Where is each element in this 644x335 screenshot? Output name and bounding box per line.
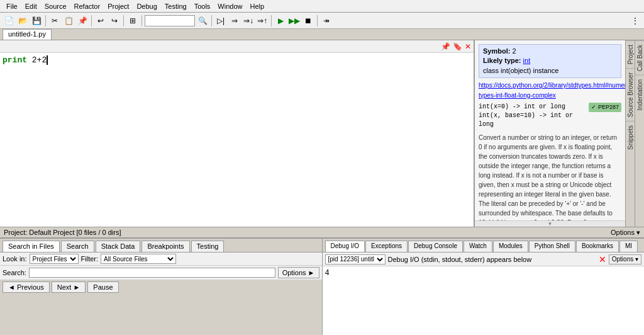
bottom-search-panel: Search in Files Search Stack Data Breakp…: [0, 239, 323, 335]
tab-breakpoints[interactable]: Breakpoints: [142, 241, 189, 252]
search-toolbar-button[interactable]: 🔍: [196, 14, 209, 27]
code-editor[interactable]: print 2+2: [0, 53, 474, 227]
menu-refactor[interactable]: Refactor: [70, 1, 104, 11]
bookmark-icon[interactable]: 🔖: [453, 42, 462, 51]
right-tab-callstack[interactable]: Call Back: [635, 40, 644, 75]
step-out-button[interactable]: ⇒↑: [256, 14, 269, 27]
debug-tab-python-shell[interactable]: Python Shell: [529, 241, 575, 252]
right-tab-source-browser[interactable]: Source Browser: [626, 68, 635, 121]
run-to-cursor-button[interactable]: ▷|: [214, 14, 227, 27]
look-in-label: Look in:: [3, 255, 27, 263]
menu-file[interactable]: File: [3, 1, 21, 11]
code-line-1: print 2+2: [3, 55, 471, 65]
search-controls: Look in: Project Files Filter: All Sourc…: [0, 253, 322, 266]
code-keyword-print: print: [3, 55, 32, 65]
pause-button[interactable]: Pause: [87, 281, 118, 293]
debug-tab-exceptions[interactable]: Exceptions: [365, 241, 408, 252]
tab-search-in-files[interactable]: Search in Files: [3, 241, 60, 252]
save-button[interactable]: 💾: [30, 14, 43, 27]
sa-type-desc: class int(object) instance: [483, 67, 558, 74]
search-toolbar-input[interactable]: [145, 15, 195, 26]
right-tab-indentation[interactable]: Indentation: [635, 75, 644, 115]
pin-icon[interactable]: 📌: [441, 42, 450, 51]
menu-help[interactable]: Help: [246, 1, 268, 11]
toolbar: 📄 📂 💾 ✂ 📋 📌 ↩ ↪ ⊞ 🔍 ▷| ⇒ ⇒↓ ⇒↑ ▶ ▶▶ ⏹ ↠ …: [0, 13, 644, 29]
menu-testing[interactable]: Testing: [161, 1, 191, 11]
new-file-button[interactable]: 📄: [3, 14, 15, 27]
tab-stack-data[interactable]: Stack Data: [96, 241, 141, 252]
toolbar-separator-6: [271, 15, 272, 26]
undo-button[interactable]: ↩: [94, 14, 107, 27]
file-tab-untitled[interactable]: untitled-1.py: [3, 29, 52, 40]
debug-tab-mi[interactable]: MI: [619, 241, 638, 252]
debug-tab-watch[interactable]: Watch: [464, 241, 492, 252]
debug-output-text: 4: [325, 269, 330, 278]
debug-tab-console[interactable]: Debug Console: [408, 241, 463, 252]
sa-pep-badge[interactable]: ✓ PEP287: [589, 103, 621, 112]
menu-tools[interactable]: Tools: [191, 1, 214, 11]
debug-tab-modules[interactable]: Modules: [493, 241, 528, 252]
menu-project[interactable]: Project: [104, 1, 133, 11]
tab-search[interactable]: Search: [61, 241, 94, 252]
more-options-button[interactable]: ⋮: [629, 14, 641, 27]
tab-testing[interactable]: Testing: [191, 241, 225, 252]
file-tabs: untitled-1.py: [0, 29, 644, 40]
project-header-text: Project: Default Project [0 files / 0 di…: [4, 229, 121, 236]
debug-close-button[interactable]: ✕: [599, 254, 606, 264]
paste-button[interactable]: 📌: [76, 14, 89, 27]
step-over-button[interactable]: ⇒: [228, 14, 241, 27]
filter-dropdown[interactable]: All Source Files: [101, 254, 176, 264]
debug-tab-bookmarks[interactable]: Bookmarks: [576, 241, 619, 252]
right-tab-project[interactable]: Project: [626, 40, 635, 68]
toolbar-separator-1: [45, 15, 46, 26]
debug-options-button[interactable]: Options ▾: [609, 254, 641, 264]
project-options-button[interactable]: Options ▾: [611, 229, 640, 237]
open-file-button[interactable]: 📂: [16, 14, 29, 27]
menu-debug[interactable]: Debug: [133, 1, 160, 11]
debug-tabs: Debug I/O Exceptions Debug Console Watch…: [323, 239, 645, 253]
look-in-dropdown[interactable]: Project Files: [30, 254, 79, 264]
sa-type-link[interactable]: int: [523, 57, 531, 64]
sa-description: Convert a number or string to an integer…: [479, 133, 621, 220]
pid-dropdown[interactable]: [pid 12236] untitl: [325, 254, 386, 264]
right-tab-snippets[interactable]: Snippets: [626, 121, 635, 154]
bottom-debug-panel: Debug I/O Exceptions Debug Console Watch…: [323, 239, 645, 335]
toolbar-separator-7: [317, 15, 318, 26]
menu-source[interactable]: Source: [41, 1, 70, 11]
jump-button[interactable]: ↠: [320, 14, 333, 27]
step-in-button[interactable]: ⇒↓: [242, 14, 255, 27]
debug-io-description: Debug I/O (stdin, stdout, stderr) appear…: [388, 256, 596, 263]
debug-tab-io[interactable]: Debug I/O: [325, 241, 365, 252]
search-row: Search: Options ►: [0, 266, 322, 280]
text-cursor: [47, 55, 48, 65]
sa-symbol-box: Symbol: 2 Likely type: int class int(obj…: [479, 44, 621, 78]
next-button[interactable]: Next ►: [52, 281, 86, 293]
code-expression: 2+2: [32, 55, 47, 65]
menu-bar: File Edit Source Refactor Project Debug …: [0, 0, 644, 13]
copy-button[interactable]: 📋: [62, 14, 75, 27]
sa-symbol-value: 2: [512, 47, 516, 55]
menu-edit[interactable]: Edit: [21, 1, 41, 11]
debug-button[interactable]: ▶▶: [288, 14, 301, 27]
toolbar-separator-2: [91, 15, 92, 26]
cut-button[interactable]: ✂: [48, 14, 61, 27]
search-input[interactable]: [29, 268, 275, 278]
toolbar-separator-4: [142, 15, 142, 26]
menu-window[interactable]: Window: [214, 1, 246, 11]
previous-button[interactable]: ◄ Previous: [3, 281, 50, 293]
search-options-button[interactable]: Options ►: [278, 267, 319, 278]
search-nav-buttons: ◄ Previous Next ► Pause: [0, 280, 322, 294]
editor-toolbar: 📌 🔖 ✕: [0, 40, 474, 53]
sa-scrollbar-bottom[interactable]: ▼: [475, 220, 625, 227]
bottom-left-tabs: Search in Files Search Stack Data Breakp…: [0, 239, 322, 253]
sa-docs-link[interactable]: https://docs.python.org/2/library/stdtyp…: [479, 82, 625, 98]
source-assistant-panel: Symbol: 2 Likely type: int class int(obj…: [474, 40, 625, 227]
indent-button[interactable]: ⊞: [126, 14, 139, 27]
stop-button[interactable]: ⏹: [302, 14, 314, 27]
debug-output-area[interactable]: 4: [323, 266, 645, 335]
redo-button[interactable]: ↪: [108, 14, 121, 27]
close-editor-button[interactable]: ✕: [465, 42, 471, 51]
toolbar-separator-3: [123, 15, 124, 26]
run-button[interactable]: ▶: [274, 14, 287, 27]
sa-type-label: Likely type:: [483, 57, 521, 64]
